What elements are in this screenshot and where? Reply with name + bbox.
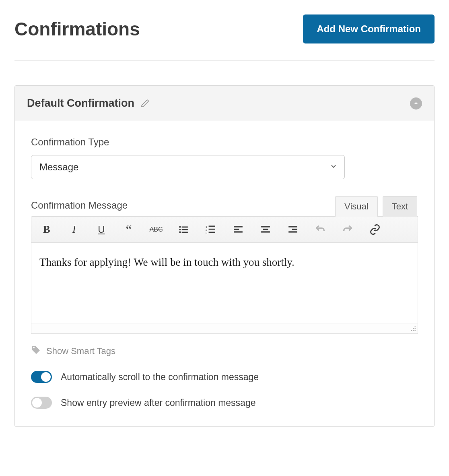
svg-point-0 (179, 226, 181, 228)
underline-icon[interactable]: U (95, 223, 108, 236)
svg-point-21 (415, 326, 416, 327)
confirmation-message-label: Confirmation Message (31, 200, 128, 211)
svg-rect-15 (261, 226, 270, 227)
svg-rect-20 (288, 231, 297, 232)
tag-icon (31, 345, 41, 357)
tab-visual[interactable]: Visual (335, 196, 378, 217)
panel-header: Default Confirmation (15, 86, 434, 121)
svg-rect-1 (182, 226, 188, 228)
add-new-confirmation-button[interactable]: Add New Confirmation (303, 14, 435, 43)
svg-point-22 (415, 328, 416, 329)
strikethrough-icon[interactable]: ABC (150, 223, 163, 236)
align-left-icon[interactable] (232, 223, 245, 236)
svg-rect-18 (288, 226, 297, 227)
bold-icon[interactable]: B (40, 223, 53, 236)
svg-rect-13 (234, 229, 239, 230)
entry-preview-label: Show entry preview after confirmation me… (61, 397, 256, 408)
auto-scroll-label: Automatically scroll to the confirmation… (61, 372, 259, 383)
redo-icon[interactable] (341, 223, 354, 236)
svg-rect-7 (209, 226, 215, 227)
collapse-icon[interactable] (410, 97, 422, 110)
svg-rect-11 (209, 232, 215, 233)
editor-toolbar: B I U “ ABC 123 (31, 216, 418, 243)
align-right-icon[interactable] (286, 223, 299, 236)
svg-rect-5 (182, 232, 188, 233)
show-smart-tags-link[interactable]: Show Smart Tags (46, 346, 115, 356)
undo-icon[interactable] (314, 223, 327, 236)
svg-rect-17 (261, 231, 270, 232)
panel-title: Default Confirmation (27, 97, 134, 110)
blockquote-icon[interactable]: “ (122, 223, 135, 236)
svg-point-24 (415, 330, 416, 331)
svg-point-2 (179, 229, 181, 230)
resize-grip-icon[interactable] (410, 326, 416, 333)
link-icon[interactable] (369, 223, 381, 236)
align-center-icon[interactable] (259, 223, 272, 236)
svg-rect-19 (292, 229, 297, 230)
svg-rect-14 (234, 231, 243, 232)
svg-point-26 (411, 330, 412, 331)
tab-text[interactable]: Text (383, 196, 417, 217)
svg-text:3: 3 (206, 231, 207, 235)
italic-icon[interactable]: I (68, 223, 80, 236)
bullet-list-icon[interactable] (177, 223, 190, 236)
auto-scroll-toggle[interactable] (31, 371, 52, 383)
editor-statusbar (31, 323, 418, 334)
divider (14, 60, 435, 61)
edit-icon[interactable] (141, 99, 150, 108)
svg-point-25 (413, 330, 414, 331)
svg-rect-12 (234, 226, 243, 227)
svg-rect-9 (209, 229, 215, 230)
svg-point-4 (179, 231, 181, 233)
svg-rect-3 (182, 229, 188, 230)
confirmation-message-editor[interactable]: Thanks for applying! We will be in touch… (31, 243, 418, 323)
svg-rect-16 (263, 229, 268, 230)
page-title: Confirmations (14, 18, 140, 40)
numbered-list-icon[interactable]: 123 (204, 223, 217, 236)
confirmation-panel: Default Confirmation Confirmation Type (14, 85, 435, 427)
confirmation-type-select[interactable] (31, 155, 345, 179)
svg-point-23 (413, 328, 414, 329)
confirmation-type-label: Confirmation Type (31, 137, 418, 148)
entry-preview-toggle[interactable] (31, 397, 52, 409)
